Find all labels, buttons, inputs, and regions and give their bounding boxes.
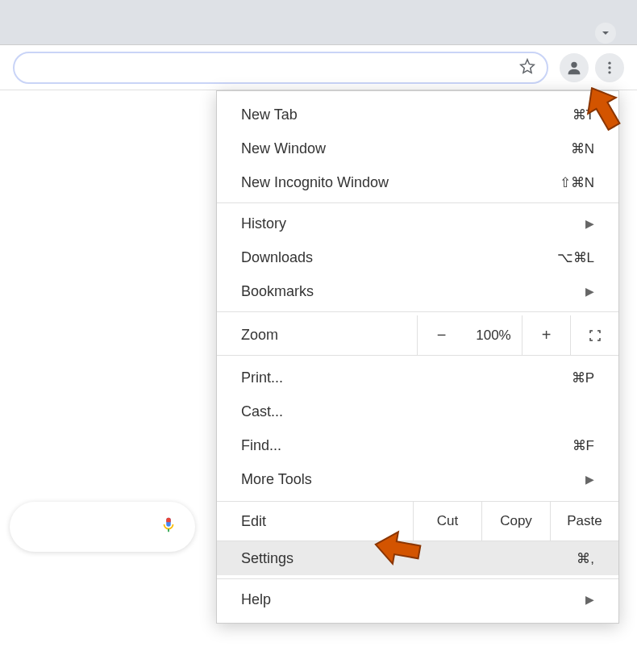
menu-divider — [217, 311, 618, 312]
menu-print[interactable]: Print... ⌘P — [217, 361, 618, 394]
menu-label: More Tools — [241, 471, 579, 488]
menu-shortcut: ⌥⌘L — [557, 249, 594, 266]
menu-label: Zoom — [241, 327, 417, 344]
menu-label: Edit — [241, 513, 413, 530]
kebab-menu-icon[interactable] — [595, 53, 624, 82]
menu-new-window[interactable]: New Window ⌘N — [217, 131, 618, 165]
search-box[interactable] — [10, 502, 195, 552]
menu-cast[interactable]: Cast... — [217, 394, 618, 428]
menu-more-tools[interactable]: More Tools ▶ — [217, 462, 618, 496]
titlebar-dropdown-icon[interactable] — [595, 23, 616, 44]
menu-help[interactable]: Help ▶ — [217, 582, 618, 616]
svg-point-6 — [608, 61, 610, 64]
menu-settings[interactable]: Settings ⌘, — [217, 541, 618, 575]
menu-new-incognito[interactable]: New Incognito Window ⇧⌘N — [217, 165, 618, 199]
copy-button[interactable]: Copy — [481, 502, 550, 541]
zoom-in-button[interactable]: + — [522, 315, 570, 355]
menu-label: New Incognito Window — [241, 174, 560, 191]
menu-label: Bookmarks — [241, 283, 579, 300]
menu-shortcut: ⇧⌘N — [560, 174, 594, 191]
menu-edit: Edit Cut Copy Paste — [217, 501, 618, 541]
svg-point-8 — [608, 71, 610, 73]
menu-divider — [217, 578, 618, 579]
menu-label: Settings — [241, 550, 577, 567]
menu-label: Print... — [241, 369, 572, 386]
menu-downloads[interactable]: Downloads ⌥⌘L — [217, 240, 618, 274]
zoom-value: 100% — [465, 328, 522, 344]
address-bar[interactable] — [13, 52, 548, 84]
menu-label: New Window — [241, 140, 571, 157]
fullscreen-button[interactable] — [570, 315, 618, 355]
chevron-right-icon: ▶ — [585, 217, 594, 230]
menu-shortcut: ⌘F — [572, 437, 594, 454]
menu-shortcut: ⌘, — [577, 550, 594, 567]
browser-titlebar — [0, 0, 637, 45]
chevron-right-icon: ▶ — [585, 593, 594, 606]
microphone-icon[interactable] — [160, 514, 177, 540]
chevron-right-icon: ▶ — [585, 285, 594, 298]
svg-point-7 — [608, 66, 610, 69]
browser-menu: New Tab ⌘T New Window ⌘N New Incognito W… — [216, 90, 619, 624]
zoom-out-button[interactable]: − — [417, 315, 465, 355]
menu-label: New Tab — [241, 106, 572, 123]
cut-button[interactable]: Cut — [413, 502, 481, 541]
bookmark-star-icon[interactable] — [519, 58, 535, 77]
menu-shortcut: ⌘N — [571, 140, 594, 157]
paste-button[interactable]: Paste — [550, 502, 618, 541]
menu-zoom: Zoom − 100% + — [217, 315, 618, 356]
menu-find[interactable]: Find... ⌘F — [217, 428, 618, 462]
menu-label: Find... — [241, 437, 572, 454]
menu-shortcut: ⌘T — [572, 106, 594, 123]
browser-toolbar — [0, 45, 637, 90]
chevron-right-icon: ▶ — [585, 473, 594, 486]
menu-divider — [217, 202, 618, 203]
menu-label: Downloads — [241, 249, 557, 266]
menu-label: Cast... — [241, 403, 594, 420]
svg-point-5 — [571, 61, 577, 67]
menu-new-tab[interactable]: New Tab ⌘T — [217, 98, 618, 131]
menu-history[interactable]: History ▶ — [217, 207, 618, 240]
menu-label: Help — [241, 591, 579, 608]
menu-bookmarks[interactable]: Bookmarks ▶ — [217, 274, 618, 308]
menu-label: History — [241, 215, 579, 232]
profile-icon[interactable] — [560, 53, 589, 82]
menu-shortcut: ⌘P — [572, 369, 594, 386]
